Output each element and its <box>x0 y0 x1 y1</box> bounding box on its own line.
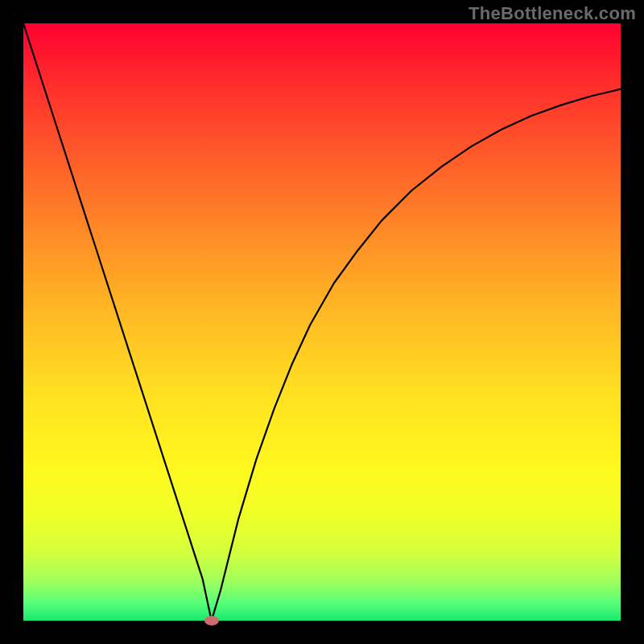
minimum-marker <box>204 616 219 625</box>
chart-frame: TheBottleneck.com <box>0 0 644 644</box>
watermark-text: TheBottleneck.com <box>469 3 636 24</box>
plot-area <box>23 23 621 621</box>
